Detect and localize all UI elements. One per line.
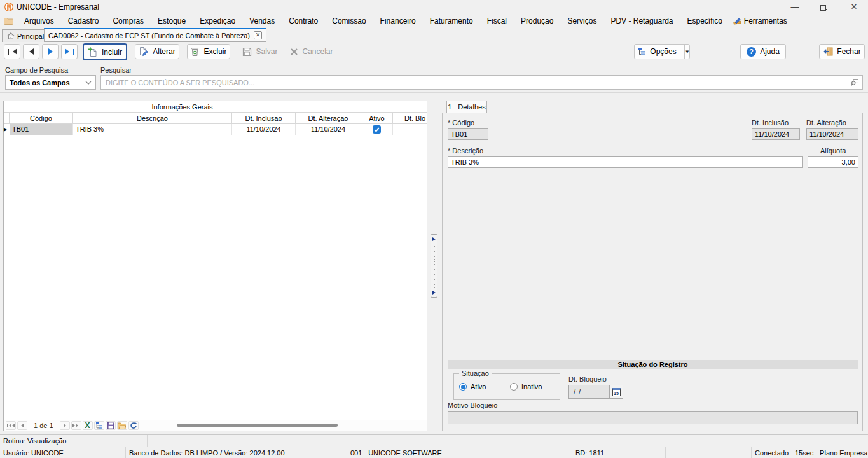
tree-layout-icon <box>95 422 103 429</box>
column-header-codigo[interactable]: Código <box>10 113 73 124</box>
restore-button[interactable] <box>813 0 834 14</box>
minimize-button[interactable]: — <box>784 0 806 14</box>
menu-item-vendas[interactable]: Vendas <box>242 14 282 28</box>
menu-item-servicos[interactable]: Serviços <box>560 14 603 28</box>
aliquota-field[interactable]: 3,00 <box>808 156 858 168</box>
app-window: UNICODE - Empresarial — ✕ Arquivos Cadas… <box>0 0 868 458</box>
tab-close-icon[interactable]: ✕ <box>254 31 262 39</box>
grid-layout-button[interactable] <box>94 421 104 430</box>
dt-alteracao-field[interactable]: 11/10/2024 <box>806 128 858 140</box>
previous-record-button[interactable] <box>23 44 39 59</box>
campo-de-pesquisa-select[interactable]: Todos os Campos <box>5 75 96 90</box>
cell-ativo[interactable] <box>361 124 393 135</box>
menu-item-fiscal[interactable]: Fiscal <box>480 14 514 28</box>
tab-principal[interactable]: Principal <box>2 29 49 42</box>
campo-de-pesquisa-label: Campo de Pesquisa <box>5 66 68 74</box>
radio-inativo-label: Inativo <box>521 383 542 391</box>
next-record-button[interactable] <box>42 44 59 59</box>
menu-item-faturamento[interactable]: Faturamento <box>423 14 480 28</box>
dt-inclusao-field[interactable]: 11/10/2024 <box>752 128 800 140</box>
aliquota-label: Alíquota <box>820 147 846 155</box>
salvar-button[interactable]: Salvar <box>239 44 281 59</box>
codigo-field[interactable]: TB01 <box>448 128 488 140</box>
tab-principal-label: Principal <box>17 32 44 40</box>
descricao-field[interactable]: TRIB 3% <box>448 156 803 168</box>
records-grid: Informações Gerais Código Descrição Dt. … <box>3 101 427 431</box>
panel-splitter[interactable] <box>431 234 437 298</box>
tab-cad0062[interactable]: CAD0062 - Cadastro de FCP ST (Fundo de C… <box>44 28 266 42</box>
opcoes-button[interactable]: Opções ▼ <box>634 44 690 59</box>
menu-item-ferramentas[interactable]: Ferramentas <box>729 14 794 28</box>
cell-descricao[interactable]: TRIB 3% <box>73 124 232 135</box>
save-layout-button[interactable] <box>106 421 116 430</box>
cell-dt-inclusao[interactable]: 11/10/2024 <box>232 124 296 135</box>
cancelar-button[interactable]: Cancelar <box>287 44 336 59</box>
menu-item-comissao[interactable]: Comissão <box>325 14 373 28</box>
motivo-bloqueio-field[interactable] <box>448 411 858 424</box>
menu-item-producao[interactable]: Produção <box>514 14 560 28</box>
dt-alteracao-label: Dt. Alteração <box>806 119 846 127</box>
incluir-label: Incluir <box>102 48 122 57</box>
radio-ativo[interactable]: Ativo <box>459 383 486 391</box>
situacao-groupbox: Situação Ativo Inativo <box>453 373 560 400</box>
status-spacer <box>666 447 752 458</box>
menu-item-contrato[interactable]: Contrato <box>282 14 325 28</box>
column-header-descricao[interactable]: Descrição <box>73 113 232 124</box>
nav-last-button[interactable] <box>71 421 81 430</box>
dt-bloqueio-field[interactable]: / / 15 <box>568 385 623 399</box>
pager-position: 1 de 1 <box>29 422 59 429</box>
nav-first-button[interactable] <box>6 421 16 430</box>
banco-dados-status: Banco de Dados: DB LIMPO / Versão: 2024.… <box>126 447 347 458</box>
menu-item-pdv-retaguarda[interactable]: PDV - Retaguarda <box>603 14 680 28</box>
alterar-button[interactable]: Alterar <box>135 44 179 59</box>
help-icon: ? <box>747 47 756 57</box>
ajuda-button[interactable]: ? Ajuda <box>740 44 786 59</box>
options-tree-icon <box>638 47 647 56</box>
usuario-status: Usuário: UNICODE <box>0 447 126 458</box>
last-record-button[interactable] <box>61 44 78 59</box>
floppy-icon <box>107 422 114 429</box>
menu-item-cadastro[interactable]: Cadastro <box>61 14 106 28</box>
tab-detalhes[interactable]: 1 - Detalhes <box>446 101 487 113</box>
title-bar: UNICODE - Empresarial — ✕ <box>0 0 868 14</box>
incluir-button[interactable]: Incluir <box>83 43 127 60</box>
cell-dt-alteracao[interactable]: 11/10/2024 <box>296 124 361 135</box>
open-layout-button[interactable] <box>117 421 127 430</box>
excluir-button[interactable]: Excluir <box>187 44 230 59</box>
column-header-dt-inclusao[interactable]: Dt. Inclusão <box>232 113 296 124</box>
table-row[interactable]: TB01 TRIB 3% 11/10/2024 11/10/2024 <box>4 124 427 135</box>
save-floppy-icon <box>242 47 252 57</box>
alterar-label: Alterar <box>153 47 175 56</box>
menu-item-financeiro[interactable]: Financeiro <box>373 14 423 28</box>
nav-prev-button[interactable] <box>17 421 27 430</box>
menu-item-arquivos[interactable]: Arquivos <box>17 14 61 28</box>
first-record-button[interactable] <box>4 44 20 59</box>
menu-item-estoque[interactable]: Estoque <box>151 14 193 28</box>
menu-item-especifico[interactable]: Específico <box>680 14 729 28</box>
opcoes-dropdown-arrow-icon[interactable]: ▼ <box>684 45 690 59</box>
fechar-button[interactable]: Fechar <box>819 44 865 59</box>
grid-band-title: Informações Gerais <box>4 101 361 113</box>
cancel-x-icon <box>290 48 298 56</box>
calendar-picker-button[interactable]: 15 <box>609 385 623 398</box>
horizontal-scrollbar[interactable] <box>177 424 338 427</box>
menu-item-expedicao[interactable]: Expedição <box>193 14 242 28</box>
menu-item-compras[interactable]: Compras <box>106 14 151 28</box>
export-excel-button[interactable]: X <box>83 421 93 430</box>
refresh-button[interactable] <box>128 421 139 430</box>
column-header-dt-bloqueio[interactable]: Dt. Blo <box>393 113 427 124</box>
column-header-dt-alteracao[interactable]: Dt. Alteração <box>296 113 361 124</box>
close-window-button[interactable]: ✕ <box>843 0 865 14</box>
nav-next-button[interactable] <box>60 421 70 430</box>
grid-band-row: Informações Gerais <box>4 101 427 113</box>
search-icon[interactable] <box>850 78 860 87</box>
cell-codigo[interactable]: TB01 <box>10 124 73 135</box>
search-bar: Campo de Pesquisa Todos os Campos Pesqui… <box>0 61 868 93</box>
app-logo-icon <box>4 3 13 11</box>
pesquisar-input[interactable] <box>100 75 863 90</box>
splitter-arrow-icon <box>432 291 436 295</box>
column-header-ativo[interactable]: Ativo <box>361 113 393 124</box>
grid-indicator-header <box>4 113 10 124</box>
radio-inativo[interactable]: Inativo <box>510 383 542 391</box>
cell-dt-bloqueio[interactable] <box>393 124 427 135</box>
